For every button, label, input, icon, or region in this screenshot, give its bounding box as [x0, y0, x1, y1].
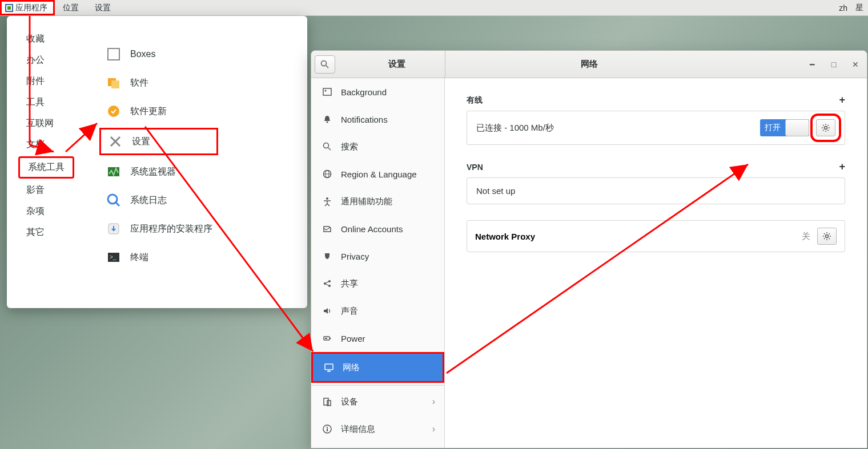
- app-list-item[interactable]: 系统监视器: [99, 160, 218, 184]
- app-item-label: 终端: [130, 252, 148, 264]
- sidebar-item-label: Notifications: [341, 115, 388, 124]
- close-button[interactable]: ✕: [850, 59, 861, 70]
- app-category-item[interactable]: 杂项: [18, 202, 74, 221]
- sidebar-item-background[interactable]: Background: [311, 78, 444, 106]
- svg-line-45: [823, 125, 824, 126]
- background-icon: [322, 86, 333, 98]
- svg-line-48: [828, 125, 829, 126]
- add-wired-button[interactable]: +: [839, 94, 845, 106]
- sidebar-item-label: Power: [341, 334, 365, 343]
- svg-line-47: [823, 130, 824, 131]
- svg-line-55: [829, 238, 830, 240]
- wired-header: 有线: [467, 95, 483, 106]
- app-list-column: Boxes软件软件更新设置系统监视器系统日志应用程序的安装程序>_终端: [99, 42, 218, 269]
- app-item-label: 软件: [130, 77, 148, 89]
- app-list-item[interactable]: 应用程序的安装程序: [99, 217, 218, 241]
- app-list-item[interactable]: 软件: [99, 71, 218, 95]
- app-item-label: Boxes: [130, 49, 155, 59]
- app-icon: [105, 220, 122, 237]
- add-vpn-button[interactable]: +: [839, 161, 845, 173]
- sidebar-item-label: 详细信息: [341, 424, 375, 435]
- sidebar-item-accounts[interactable]: Online Accounts: [311, 215, 444, 242]
- app-icon: [105, 163, 122, 180]
- date-indicator: 星: [855, 3, 863, 13]
- sidebar-item-a11y[interactable]: 通用辅助功能: [311, 188, 444, 215]
- svg-line-27: [326, 282, 329, 284]
- svg-rect-3: [108, 48, 119, 60]
- app-category-item[interactable]: 影音: [18, 181, 74, 200]
- app-category-item[interactable]: 工具: [18, 93, 74, 112]
- app-list-item[interactable]: 软件更新: [99, 99, 218, 123]
- vpn-status: Not set up: [476, 186, 515, 196]
- wired-connection-card: 已连接 - 1000 Mb/秒 打开: [467, 111, 845, 145]
- app-list-item[interactable]: >_终端: [99, 245, 218, 269]
- svg-line-57: [829, 233, 830, 234]
- svg-line-19: [328, 148, 331, 150]
- svg-point-40: [825, 127, 827, 130]
- sidebar-item-network[interactable]: 网络: [311, 352, 444, 383]
- app-category-item[interactable]: 附件: [18, 72, 74, 91]
- app-list-item[interactable]: Boxes: [99, 42, 218, 66]
- places-menu[interactable]: 位置: [55, 0, 87, 15]
- app-icon: [105, 46, 122, 63]
- settings-menu[interactable]: 设置: [87, 0, 119, 15]
- app-category-item[interactable]: 办公: [18, 51, 74, 70]
- app-category-item[interactable]: 系统工具: [18, 156, 74, 179]
- sidebar-item-globe[interactable]: Region & Language: [311, 160, 444, 188]
- svg-point-49: [826, 235, 829, 238]
- svg-line-9: [116, 203, 119, 206]
- a11y-icon: [322, 196, 333, 207]
- maximize-button[interactable]: □: [828, 59, 839, 70]
- app-list-item[interactable]: 系统日志: [99, 188, 218, 212]
- svg-rect-39: [327, 427, 328, 428]
- sidebar-item-search[interactable]: 搜索: [311, 133, 444, 160]
- app-category-item[interactable]: 互联网: [18, 114, 74, 133]
- app-item-label: 设置: [132, 136, 150, 148]
- sidebar-item-devices[interactable]: 设备›: [311, 388, 444, 415]
- svg-line-14: [326, 66, 328, 68]
- proxy-settings-button[interactable]: [817, 228, 837, 245]
- lang-indicator[interactable]: zh: [839, 3, 847, 13]
- sidebar-item-label: Background: [341, 87, 387, 97]
- svg-rect-35: [324, 398, 328, 405]
- svg-point-17: [327, 122, 328, 123]
- svg-point-16: [325, 90, 327, 92]
- sidebar-item-power[interactable]: Power: [311, 325, 444, 352]
- sidebar-item-privacy[interactable]: Privacy: [311, 242, 444, 270]
- search-icon: [322, 141, 333, 152]
- proxy-state: 关: [802, 231, 810, 242]
- titlebar-search-button[interactable]: [315, 55, 335, 74]
- proxy-row: Network Proxy 关: [467, 220, 845, 252]
- wired-toggle[interactable]: 打开: [760, 119, 809, 136]
- app-list-item[interactable]: 设置: [99, 128, 218, 155]
- wired-settings-button[interactable]: [816, 119, 835, 136]
- info-icon: [322, 423, 333, 435]
- app-category-item[interactable]: 文档: [18, 135, 74, 154]
- app-item-label: 软件更新: [130, 106, 167, 118]
- app-icon: >_: [105, 249, 122, 266]
- svg-rect-15: [323, 88, 331, 95]
- svg-point-25: [328, 280, 331, 282]
- vpn-header: VPN: [467, 163, 483, 172]
- sidebar-item-label: Region & Language: [341, 169, 417, 179]
- applications-dropdown: 收藏办公附件工具互联网文档系统工具影音杂项其它 Boxes软件软件更新设置系统监…: [7, 16, 307, 308]
- sidebar-item-label: 通用辅助功能: [341, 196, 392, 207]
- app-icon: [105, 103, 122, 120]
- network-icon: [323, 362, 335, 373]
- svg-line-46: [828, 130, 829, 131]
- app-category-item[interactable]: 其它: [18, 223, 74, 242]
- app-icon: [105, 74, 122, 91]
- sidebar-item-share[interactable]: 共享: [311, 270, 444, 297]
- svg-point-13: [322, 60, 327, 66]
- sound-icon: [322, 305, 333, 317]
- app-category-item[interactable]: 收藏: [18, 30, 74, 48]
- power-icon: [322, 333, 333, 344]
- top-bar: 应用程序 位置 设置 zh 星: [0, 0, 868, 16]
- sidebar-item-sound[interactable]: 声音: [311, 297, 444, 325]
- svg-line-54: [824, 233, 825, 234]
- sidebar-item-info[interactable]: 详细信息›: [311, 415, 444, 443]
- chevron-right-icon: ›: [432, 397, 435, 407]
- sidebar-item-bell[interactable]: Notifications: [311, 106, 444, 133]
- minimize-button[interactable]: ━: [806, 59, 818, 70]
- app-category-column: 收藏办公附件工具互联网文档系统工具影音杂项其它: [18, 30, 74, 242]
